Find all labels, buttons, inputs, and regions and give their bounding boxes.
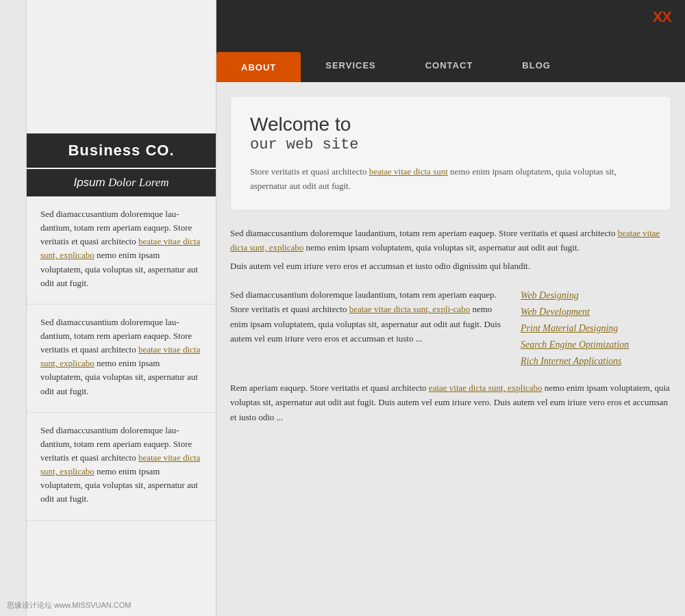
section2-services: Web Designing Web Development Print Mate… xyxy=(521,287,671,367)
section3-link[interactable]: eatae vitae dicta sunt, explicabo xyxy=(429,383,543,393)
sidebar: Business CO. Ipsum Dolor Lorem Sed diama… xyxy=(26,0,216,616)
close-button[interactable]: XX xyxy=(653,8,671,26)
section1-text1: Sed diamaccusantium doloremque laudantiu… xyxy=(230,228,618,238)
content-section-1: Sed diamaccusantium doloremque laudantiu… xyxy=(230,226,671,274)
section2-left: Sed diamaccusantium doloremque laudantiu… xyxy=(230,287,507,367)
welcome-title-line1: Welcome to xyxy=(250,113,651,136)
sidebar-logo: Business CO. xyxy=(27,133,216,168)
service-link-1[interactable]: Web Designing xyxy=(521,290,671,301)
section1-para1: Sed diamaccusantium doloremque laudantiu… xyxy=(230,226,671,255)
service-link-5[interactable]: Rich Internet Applications xyxy=(521,356,671,367)
nav-item-blog[interactable]: BLOG xyxy=(497,48,575,82)
welcome-body-link[interactable]: beatae vitae dicta sunt xyxy=(369,166,448,177)
service-link-3[interactable]: Print Material Designing xyxy=(521,323,671,334)
topbar: XX xyxy=(216,0,685,48)
welcome-title-line2: our web site xyxy=(250,136,651,154)
service-link-4[interactable]: Search Engine Optimization xyxy=(521,339,671,350)
welcome-card: Welcome to our web site Store veritatis … xyxy=(230,96,671,211)
welcome-card-left: Welcome to our web site Store veritatis … xyxy=(250,113,651,194)
section3-text1: Rem aperiam eaquep. Store veritatis et q… xyxy=(230,383,429,393)
tagline-rest: Dolor Lorem xyxy=(105,176,169,189)
nav-item-services[interactable]: SERVICES xyxy=(301,48,401,82)
welcome-body: Store veritatis et quasi architecto beat… xyxy=(250,165,651,194)
sidebar-section-3: Sed diamaccusantium doloremque lau-danti… xyxy=(27,413,216,521)
section1-text2: nemo enim ipsam voluptatem, quia volupta… xyxy=(303,242,580,253)
welcome-body-text1: Store veritatis et quasi architecto xyxy=(250,166,369,177)
nav-item-about[interactable]: ABOUT xyxy=(216,52,301,82)
navigation: ABOUT SERVICES CONTACT BLOG xyxy=(216,48,685,82)
welcome-title: Welcome to our web site xyxy=(250,113,651,154)
section2-container: Sed diamaccusantium doloremque laudantiu… xyxy=(230,287,671,367)
sidebar-section-2: Sed diamaccusantium doloremque lau-danti… xyxy=(27,305,216,413)
tagline-bold: Ipsum xyxy=(73,176,105,189)
sidebar-tagline: Ipsum Dolor Lorem xyxy=(27,169,216,196)
main-content: Welcome to our web site Store veritatis … xyxy=(216,82,685,616)
sidebar-section-1: Sed diamaccusantium doloremque lau-danti… xyxy=(27,196,216,305)
nav-item-contact[interactable]: CONTACT xyxy=(401,48,498,82)
footer-watermark: 思缘设计论坛 www.MISSVUAN.COM xyxy=(7,600,132,611)
section1-para2: Duis autem vel eum iriure vero eros et a… xyxy=(230,259,671,273)
service-link-2[interactable]: Web Development xyxy=(521,307,671,318)
content-section-3: Rem aperiam eaquep. Store veritatis et q… xyxy=(230,381,671,424)
section2-link[interactable]: beatae vitae dicta sunt, expli-cabo xyxy=(349,304,471,314)
